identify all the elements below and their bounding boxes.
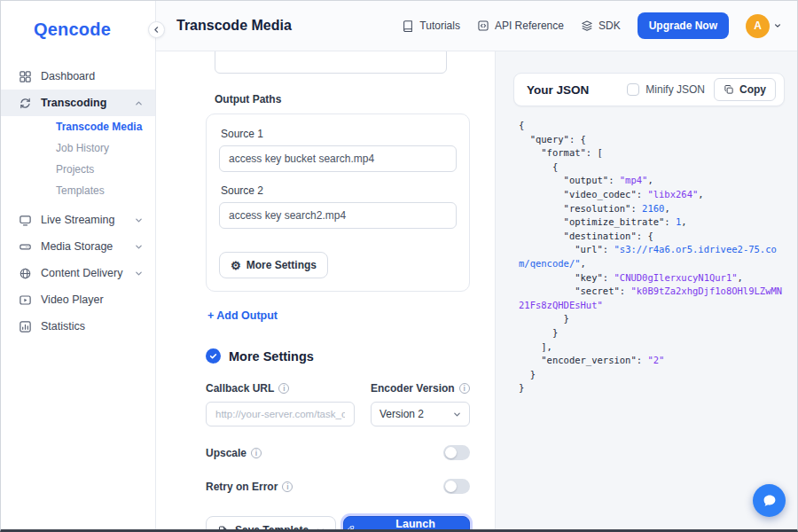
retry-on-error-label: Retry on Error xyxy=(206,481,278,493)
video-player-icon xyxy=(19,293,32,307)
chevron-down-icon xyxy=(317,527,325,530)
sidebar-item-label: Dashboard xyxy=(41,70,143,82)
sidebar-item-media-storage[interactable]: Media Storage xyxy=(1,233,155,260)
more-settings-title: More Settings xyxy=(229,349,314,364)
encoder-version-group: Encoder Version Version 2 xyxy=(371,382,470,426)
chevron-down-icon xyxy=(135,243,143,251)
app-window: Qencode Dashboard Transcoding Transcode … xyxy=(0,0,798,532)
sidebar: Qencode Dashboard Transcoding Transcode … xyxy=(1,1,156,529)
transcoding-icon xyxy=(19,97,32,110)
sidebar-item-content-delivery[interactable]: Content Delivery xyxy=(1,260,155,286)
action-buttons-row: Save Template Launch Transcoding xyxy=(206,516,470,529)
sdk-icon xyxy=(581,20,593,32)
toggle-knob xyxy=(445,447,457,458)
info-icon xyxy=(459,383,470,394)
nav-link-label: API Reference xyxy=(495,20,564,32)
settings-row: Callback URL Encoder Version Version 2 xyxy=(206,382,470,426)
launch-transcoding-button[interactable]: Launch Transcoding xyxy=(343,516,470,529)
nav-api-reference[interactable]: API Reference xyxy=(477,20,564,32)
more-settings-button[interactable]: ⚙ More Settings xyxy=(219,252,328,278)
sidebar-item-label: Transcoding xyxy=(41,97,126,109)
chevron-left-icon xyxy=(153,26,160,34)
chevron-down-icon xyxy=(453,411,461,419)
sidebar-nav: Dashboard Transcoding Transcode Media Jo… xyxy=(1,63,155,340)
statistics-icon xyxy=(19,320,32,333)
sidebar-item-live-streaming[interactable]: Live Streaming xyxy=(1,207,155,233)
content-area: Output Paths Source 1 Source 2 ⚙ More Se… xyxy=(156,51,797,529)
toggle-knob xyxy=(445,481,457,492)
save-template-button[interactable]: Save Template xyxy=(206,516,336,529)
upscale-label-row: Upscale xyxy=(206,447,262,459)
retry-on-error-toggle[interactable] xyxy=(443,479,470,494)
nav-link-label: SDK xyxy=(598,20,621,32)
transcode-form: Output Paths Source 1 Source 2 ⚙ More Se… xyxy=(156,51,496,529)
sidebar-item-label: Media Storage xyxy=(41,240,126,253)
nav-tutorials[interactable]: Tutorials xyxy=(402,20,460,32)
gear-icon: ⚙ xyxy=(231,260,241,271)
media-storage-icon xyxy=(19,240,32,254)
api-reference-icon xyxy=(477,20,489,32)
live-streaming-icon xyxy=(19,214,32,227)
encoder-version-label: Encoder Version xyxy=(371,382,455,395)
callback-url-input[interactable] xyxy=(206,402,355,426)
info-icon xyxy=(278,383,289,394)
sidebar-collapse-button[interactable] xyxy=(148,21,165,38)
chat-widget-button[interactable] xyxy=(753,484,786,517)
sidebar-item-video-player[interactable]: Video Player xyxy=(1,286,155,313)
nav-link-label: Tutorials xyxy=(419,20,460,32)
output-paths-label: Output Paths xyxy=(215,93,470,106)
more-settings-button-label: More Settings xyxy=(246,259,317,271)
sidebar-item-label: Video Player xyxy=(41,293,143,306)
save-template-label: Save Template xyxy=(235,524,309,529)
sidebar-item-dashboard[interactable]: Dashboard xyxy=(1,63,155,90)
copy-json-button[interactable]: Copy xyxy=(714,78,776,101)
json-panel-header: Your JSON Minify JSON Copy xyxy=(513,73,785,106)
upscale-toggle[interactable] xyxy=(443,445,470,460)
callback-url-label: Callback URL xyxy=(206,382,274,395)
info-icon xyxy=(251,448,262,458)
upgrade-now-button[interactable]: Upgrade Now xyxy=(638,12,729,39)
encoder-version-label-row: Encoder Version xyxy=(371,382,470,395)
sidebar-item-statistics[interactable]: Statistics xyxy=(1,313,155,340)
add-output-link[interactable]: + Add Output xyxy=(207,309,278,322)
callback-url-group: Callback URL xyxy=(206,382,355,426)
json-code: { "query": { "format": [ { "output": "mp… xyxy=(513,119,785,395)
template-icon xyxy=(217,525,229,530)
upscale-label: Upscale xyxy=(206,447,246,459)
minify-json-checkbox[interactable] xyxy=(627,83,639,96)
rocket-icon xyxy=(344,525,356,530)
source-1-label: Source 1 xyxy=(221,128,457,140)
callback-url-label-row: Callback URL xyxy=(206,382,355,395)
sidebar-item-templates[interactable]: Templates xyxy=(1,180,155,201)
sidebar-item-projects[interactable]: Projects xyxy=(1,159,155,180)
source-1-input[interactable] xyxy=(219,145,457,172)
sidebar-item-label: Content Delivery xyxy=(41,267,126,279)
sidebar-item-job-history[interactable]: Job History xyxy=(1,137,155,159)
header-nav: Tutorials API Reference SDK Upgrade Now … xyxy=(402,12,781,39)
launch-transcoding-label: Launch Transcoding xyxy=(362,518,469,529)
retry-on-error-row: Retry on Error xyxy=(206,479,470,494)
copy-button-label: Copy xyxy=(739,83,766,96)
sidebar-item-transcode-media[interactable]: Transcode Media xyxy=(1,116,155,137)
encoder-version-select[interactable]: Version 2 xyxy=(371,402,470,426)
minify-json-control[interactable]: Minify JSON xyxy=(627,83,705,96)
tutorials-icon xyxy=(402,20,414,32)
info-icon xyxy=(282,481,293,492)
avatar: A xyxy=(746,14,770,38)
minify-json-label: Minify JSON xyxy=(645,83,705,96)
output-paths-card: Source 1 Source 2 ⚙ More Settings xyxy=(206,113,470,292)
more-settings-section-header: More Settings xyxy=(206,348,470,364)
encoder-version-value: Version 2 xyxy=(379,408,424,420)
upscale-row: Upscale xyxy=(206,445,470,460)
json-panel-title: Your JSON xyxy=(527,83,589,97)
sidebar-item-transcoding[interactable]: Transcoding xyxy=(1,90,155,116)
nav-sdk[interactable]: SDK xyxy=(581,20,621,32)
header: Transcode Media Tutorials API Reference … xyxy=(156,1,797,51)
main-area: Transcode Media Tutorials API Reference … xyxy=(156,1,797,529)
account-menu[interactable]: A xyxy=(746,14,781,38)
output-path-input-partial[interactable] xyxy=(215,51,447,74)
source-2-input[interactable] xyxy=(219,202,457,229)
qencode-logo[interactable]: Qencode xyxy=(1,1,155,40)
content-delivery-icon xyxy=(19,267,32,280)
chevron-up-icon xyxy=(135,99,143,107)
